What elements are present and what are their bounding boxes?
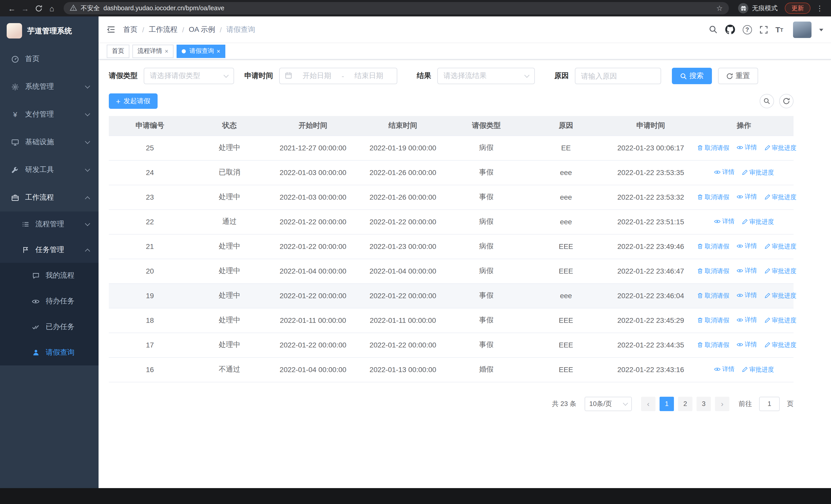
search-button[interactable]: 搜索 [672,68,712,84]
cell-apply-id: 17 [109,333,191,357]
cell-leave-type: 病假 [448,259,525,283]
address-bar[interactable]: 不安全 dashboard.yudao.iocoder.cn/bpm/oa/le… [64,2,729,14]
sidebar-item-label: 首页 [25,54,39,64]
cell-apply-id: 20 [109,259,191,283]
breadcrumb-item[interactable]: OA 示例 [189,25,215,34]
close-icon[interactable]: × [165,48,168,54]
avatar[interactable] [793,21,811,38]
approval-progress-link[interactable]: 审批进度 [764,316,796,325]
cancel-leave-link[interactable]: 取消请假 [697,267,729,275]
breadcrumb-item[interactable]: 工作流程 [149,25,178,34]
create-leave-button[interactable]: + 发起请假 [109,93,157,109]
detail-link[interactable]: 详情 [736,266,757,275]
page-size-select[interactable]: 10条/页 [584,396,632,411]
detail-link[interactable]: 详情 [714,168,735,177]
sidebar: 芋道管理系统 首页 系统管理 ¥ 支付管理 [0,17,98,488]
chevron-down-icon [85,83,90,89]
approval-progress-link[interactable]: 审批进度 [764,267,796,275]
cell-leave-type: 病假 [448,136,525,160]
forward-icon[interactable]: → [19,2,32,15]
back-icon[interactable]: ← [5,2,19,15]
cell-reason: eee [525,185,607,209]
prev-page-button[interactable]: ‹ [641,396,656,411]
leave-type-select[interactable]: 请选择请假类型 [144,68,234,84]
warning-icon [70,4,77,12]
result-select[interactable]: 请选择流结果 [437,68,535,84]
col-end-time: 结束时间 [358,116,448,136]
next-page-button[interactable]: › [715,396,729,411]
approval-progress-link[interactable]: 审批进度 [764,144,796,152]
table-header-row: 申请编号 状态 开始时间 结束时间 请假类型 原因 申请时间 操作 [109,116,794,136]
cancel-leave-link[interactable]: 取消请假 [697,144,729,152]
show-search-toggle-button[interactable] [760,94,774,108]
tab-process-detail[interactable]: 流程详情 × [133,45,173,58]
reason-input[interactable] [575,68,661,84]
collapse-sidebar-icon[interactable] [106,25,116,34]
update-button[interactable]: 更新 [785,3,810,14]
url-text[interactable]: dashboard.yudao.iocoder.cn/bpm/oa/leave [104,5,224,12]
cell-leave-type: 事假 [448,160,525,185]
detail-link[interactable]: 详情 [714,365,735,374]
dashboard-icon [11,55,20,63]
close-icon[interactable]: × [217,48,220,54]
cell-actions: 取消请假 详情 审批进度 [694,185,794,209]
reset-button[interactable]: 重置 [718,68,758,84]
sidebar-item-payment[interactable]: ¥ 支付管理 [0,100,98,128]
sidebar-item-home[interactable]: 首页 [0,45,98,73]
sidebar-item-todo-tasks[interactable]: 待办任务 [0,289,98,314]
sidebar-item-infrastructure[interactable]: 基础设施 [0,128,98,156]
font-size-icon[interactable]: TT [775,26,783,33]
avatar-dropdown-caret-icon[interactable] [819,29,823,33]
chat-icon [31,272,40,279]
cancel-leave-link[interactable]: 取消请假 [697,340,729,349]
approval-progress-link[interactable]: 审批进度 [742,365,774,374]
search-icon[interactable] [709,25,717,34]
page-button-1[interactable]: 1 [660,396,674,411]
approval-progress-link[interactable]: 审批进度 [764,291,796,300]
tab-home[interactable]: 首页 [107,45,130,58]
refresh-table-button[interactable] [779,94,794,108]
sidebar-item-task-mgmt[interactable]: 任务管理 [0,237,98,263]
reload-icon[interactable] [32,2,45,15]
detail-link[interactable]: 详情 [736,316,757,324]
breadcrumb-item[interactable]: 首页 [123,25,138,34]
approval-progress-link[interactable]: 审批进度 [742,217,774,226]
sidebar-item-process-mgmt[interactable]: 流程管理 [0,211,98,237]
detail-link[interactable]: 详情 [714,217,735,226]
sidebar-item-label: 系统管理 [25,82,54,91]
apply-time-range-picker[interactable]: 开始日期 - 结束日期 [279,68,397,84]
bookmark-star-icon[interactable]: ☆ [716,4,723,12]
page-button-2[interactable]: 2 [678,396,692,411]
fullscreen-icon[interactable] [760,25,768,34]
cancel-leave-link[interactable]: 取消请假 [697,316,729,325]
goto-page-input[interactable] [759,396,780,411]
detail-link[interactable]: 详情 [736,242,757,250]
cancel-leave-link[interactable]: 取消请假 [697,193,729,202]
help-icon[interactable]: ? [742,25,752,34]
sidebar-item-workflow[interactable]: 工作流程 [0,184,98,211]
github-icon[interactable] [725,25,735,34]
home-icon[interactable]: ⌂ [45,2,58,15]
approval-progress-link[interactable]: 审批进度 [764,193,796,202]
browser-menu-icon[interactable]: ⋮ [813,4,826,12]
tab-leave-query[interactable]: 请假查询 × [177,45,225,58]
sidebar-item-my-process[interactable]: 我的流程 [0,263,98,289]
cell-end-time: 2022-01-22 00:00:00 [358,333,448,357]
detail-link[interactable]: 详情 [736,192,757,201]
sidebar-item-system[interactable]: 系统管理 [0,73,98,100]
approval-progress-link[interactable]: 审批进度 [742,168,774,177]
cancel-leave-link[interactable]: 取消请假 [697,242,729,251]
cancel-leave-link[interactable]: 取消请假 [697,291,729,300]
detail-link[interactable]: 详情 [736,143,757,152]
approval-progress-link[interactable]: 审批进度 [764,242,796,251]
cell-end-time: 2022-01-22 00:00:00 [358,283,448,308]
page-button-3[interactable]: 3 [696,396,711,411]
detail-link[interactable]: 详情 [736,291,757,300]
sidebar-item-done-tasks[interactable]: 已办任务 [0,314,98,340]
sidebar-item-leave-query[interactable]: 请假查询 [0,340,98,365]
sidebar-item-devtools[interactable]: 研发工具 [0,156,98,184]
approval-progress-link[interactable]: 审批进度 [764,340,796,349]
security-label[interactable]: 不安全 [81,4,100,12]
cell-end-time: 2022-01-13 00:00:00 [358,357,448,382]
detail-link[interactable]: 详情 [736,340,757,349]
